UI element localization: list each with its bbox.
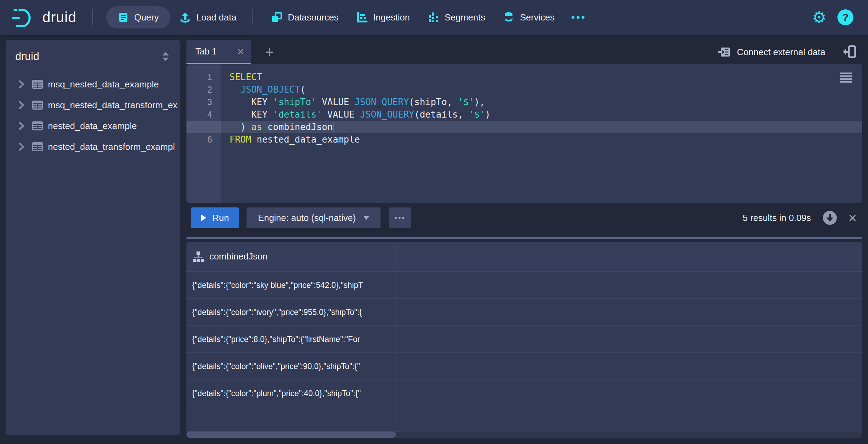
result-cell[interactable]: {"details":{"price":8.0},"shipTo":{"firs… <box>186 326 393 352</box>
result-cell[interactable]: {"details":{"color":"olive","price":90.0… <box>186 353 393 379</box>
code-line: FROM nested_data_example <box>221 133 862 146</box>
code-token: combinedJson <box>262 122 333 132</box>
connect-external-data-button[interactable]: Connect external data <box>718 40 825 64</box>
schema-sidebar: druid msq_nested_data_example <box>6 40 180 435</box>
logo-text: druid <box>42 9 76 26</box>
nav-item-label: Segments <box>444 12 485 23</box>
line-number: 2 <box>186 83 221 96</box>
code-token: ( <box>300 84 306 95</box>
tab-label: Tab 1 <box>195 46 217 57</box>
chevron-right-icon[interactable] <box>18 121 32 130</box>
close-results-icon[interactable]: × <box>849 211 857 225</box>
tree-item-label: nested_data_transform_exampl <box>48 142 175 152</box>
nav-item-label: Datasources <box>288 12 339 23</box>
top-nav: druid Query Load data <box>0 0 868 35</box>
connect-data-icon <box>718 46 731 58</box>
nav-item-label: Ingestion <box>373 12 410 23</box>
nav-more-button[interactable]: ••• <box>571 11 586 23</box>
tree-item-msq-nested-data-transform[interactable]: msq_nested_data_transform_ex <box>6 95 180 116</box>
gear-icon[interactable]: ⚙ <box>812 9 826 25</box>
result-row[interactable]: {"details":{"color":"plum","price":40.0}… <box>186 380 862 407</box>
active-line-gutter-highlight <box>186 121 221 133</box>
nav-divider <box>92 9 93 25</box>
diagram-tree-icon <box>193 251 204 262</box>
sidebar-title: druid <box>15 50 39 63</box>
druid-logo[interactable]: druid <box>12 6 76 29</box>
play-icon <box>201 214 206 221</box>
chevron-right-icon[interactable] <box>18 142 32 151</box>
results-column-header[interactable]: combinedJson <box>186 242 862 272</box>
code-line: KEY 'shipTo' VALUE JSON_QUERY(shipTo, '$… <box>221 96 862 108</box>
horizontal-scrollbar <box>186 432 862 438</box>
nav-item-ingestion[interactable]: Ingestion <box>357 12 410 23</box>
code-token: ), <box>474 97 485 107</box>
code-area: SELECT JSON_OBJECT( KEY 'shipTo' VALUE J… <box>221 71 862 146</box>
column-name: combinedJson <box>209 251 268 262</box>
scrollbar-thumb[interactable] <box>186 432 396 438</box>
result-row[interactable]: {"details":{"price":8.0},"shipTo":{"firs… <box>186 326 862 353</box>
nav-item-datasources[interactable]: Datasources <box>271 12 339 23</box>
table-icon <box>32 79 48 89</box>
ingestion-icon <box>357 12 368 23</box>
result-cell[interactable]: {"details":{"color":"plum","price":40.0}… <box>186 380 393 407</box>
code-token: JSON_QUERY <box>354 97 409 107</box>
result-cell[interactable]: {"details":{"color":"sky blue","price":5… <box>186 272 393 298</box>
table-icon <box>32 142 48 152</box>
druid-logo-icon <box>12 6 37 29</box>
nav-divider <box>252 9 253 25</box>
nav-item-services[interactable]: Services <box>503 11 554 23</box>
tree-item-nested-data-example[interactable]: nested_data_example <box>6 116 180 136</box>
run-more-button[interactable]: ••• <box>389 207 411 228</box>
sort-icon[interactable] <box>161 51 170 62</box>
code-token: ) <box>485 109 491 120</box>
code-token: FROM <box>229 134 251 145</box>
table-icon <box>32 121 48 131</box>
result-row[interactable]: {"details":{"color":"olive","price":90.0… <box>186 353 862 380</box>
code-token: (details, <box>414 109 469 120</box>
tree-item-msq-nested-data-example[interactable]: msq_nested_data_example <box>6 74 180 95</box>
tab-tab1[interactable]: Tab 1 × <box>186 40 251 64</box>
engine-select[interactable]: Engine: auto (sql-native) <box>247 207 381 228</box>
toggle-panel-icon[interactable] <box>843 45 857 59</box>
help-icon[interactable]: ? <box>837 9 853 25</box>
tab-close-icon[interactable]: × <box>237 45 244 57</box>
tree-item-label: msq_nested_data_transform_ex <box>48 100 177 111</box>
result-row[interactable]: {"details":{"color":"ivory","price":955.… <box>186 299 862 326</box>
nav-item-label: Query <box>134 12 159 23</box>
line-number: 4 <box>186 108 221 121</box>
code-token <box>229 84 240 95</box>
chevron-right-icon[interactable] <box>18 101 32 110</box>
code-line: SELECT <box>221 71 862 83</box>
tree-item-label: msq_nested_data_example <box>48 79 159 90</box>
line-number: 6 <box>186 133 221 146</box>
sql-editor[interactable]: 1 2 3 4 5 6 SELECT JSON_OBJECT( KEY 'shi… <box>186 64 862 203</box>
run-label: Run <box>212 213 229 223</box>
result-cell[interactable]: {"details":{"color":"ivory","price":955.… <box>186 299 393 325</box>
new-tab-button[interactable]: + <box>258 40 281 64</box>
druid-console: druid Query Load data <box>0 0 868 444</box>
line-number: 3 <box>186 96 221 108</box>
editor-menu-icon[interactable] <box>840 72 852 83</box>
text-cursor <box>333 122 334 132</box>
query-icon <box>118 12 128 23</box>
code-token: as <box>251 122 262 132</box>
nav-item-label: Load data <box>196 12 236 23</box>
run-button[interactable]: Run <box>191 207 239 228</box>
code-token: 'details' <box>273 109 322 120</box>
code-token: '$' <box>469 109 485 120</box>
code-token: 'shipTo' <box>273 97 316 107</box>
engine-label: Engine: auto (sql-native) <box>258 213 356 223</box>
nav-item-query[interactable]: Query <box>106 6 170 28</box>
tree-item-nested-data-transform[interactable]: nested_data_transform_exampl <box>6 136 180 157</box>
result-row-empty <box>186 407 862 432</box>
editor-gutter: 1 2 3 4 5 6 <box>186 64 221 203</box>
result-row[interactable]: {"details":{"color":"sky blue","price":5… <box>186 272 862 299</box>
nav-item-segments[interactable]: Segments <box>428 12 485 23</box>
download-icon[interactable] <box>822 210 837 225</box>
code-token: nested_data_example <box>251 134 360 145</box>
code-token: VALUE <box>322 109 360 120</box>
results-status: 5 results in 0.09s <box>743 213 811 223</box>
panel-resize-handle[interactable] <box>186 237 862 239</box>
nav-item-load-data[interactable]: Load data <box>180 12 236 23</box>
chevron-right-icon[interactable] <box>18 80 32 89</box>
